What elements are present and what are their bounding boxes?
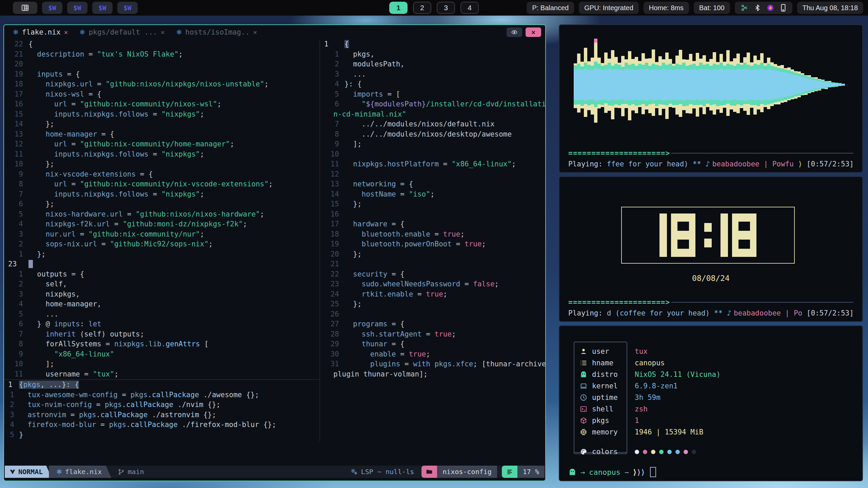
topbar-left-group: $W$W$W$W [13,0,138,16]
editor-pane-left[interactable]: 22{21 description = "tux's NixOS Flake";… [4,39,319,441]
line-number: 4 [4,420,19,430]
tag-3[interactable]: 3 [437,2,455,14]
line-number: 9 [320,139,344,149]
tag-4[interactable]: 4 [460,2,479,14]
system-info-window[interactable]: usertuxhnamecanopusdistroNixOS 24.11 (Vi… [559,325,863,481]
code-line: 6 } @ inputs: let [4,319,319,329]
status-chip-2[interactable]: Home: 8ms [644,2,689,14]
line-number: 2 [4,400,19,410]
code-text: firefox-mod-blur = pkgs.callPackage ./fi… [19,420,276,430]
fetch-row-memory: memory [579,426,618,438]
bluetooth-icon[interactable] [754,4,761,11]
code-text: imports = [ [344,89,400,100]
file-label: flake.nix [65,468,102,476]
distro-icon [579,371,588,378]
status-chip-3[interactable]: Bat: 100 [694,2,730,14]
clock-chip[interactable]: Thu Aug 08, 18:18 [797,2,863,14]
code-text: nixos-hardware.url = "github:nixos/nixos… [28,209,264,220]
fetch-label: colors [592,448,618,456]
line-number: 23 [4,259,28,269]
fetch-row-distro: distro [579,369,618,380]
music-player-window[interactable]: =====================> Playing: ffee for… [559,24,863,173]
shell-prompt[interactable]: → canopus ~ ⟩⟩⟩ [568,467,656,477]
line-number: 12 [4,139,28,149]
iso-image-buffer[interactable]: 1{1 pkgs,2 modulesPath,3 ...4}: {5 impor… [319,39,545,441]
code-text: plugins = with pkgs.xfce; [thunar-archiv… [344,359,545,369]
tab-close-icon[interactable]: × [161,28,165,36]
lsp-status: LSP ~ null-ls [350,468,414,476]
line-number: 3 [4,289,28,300]
workspace-button-3[interactable]: $W [92,2,113,14]
line-number: 10 [4,359,28,369]
shell-icon [579,405,588,413]
code-text: { [344,39,349,49]
phone-icon[interactable] [780,4,786,12]
tag-1[interactable]: 1 [389,2,408,14]
code-text: tux-nvim-config = pkgs.callPackage ./nvi… [19,400,220,410]
line-number: 19 [320,239,344,249]
project-badge: nixos-config [421,466,497,478]
tty-clock [621,207,795,264]
layout-grid-icon[interactable] [13,2,37,14]
tab-hosts-isoimag-[interactable]: ❄hosts/isoImag..× [176,28,257,36]
code-line: 7 inherit (self) outputs; [4,329,319,340]
code-text: self, [28,279,67,289]
nix-snowflake-icon: ❄ [13,28,19,36]
workspace-button-4[interactable]: $W [117,2,138,14]
code-text: } [19,430,23,440]
line-number: 1 [4,269,28,280]
code-line: 30 enable = true; [320,349,545,360]
flame-icon[interactable] [767,4,774,12]
code-text: ... [344,69,366,80]
tab-close-icon[interactable]: × [253,28,257,36]
prompt-host: canopus [589,468,620,476]
workspace-button-2[interactable]: $W [67,2,87,14]
code-text: url = "github:nix-community/nix-vscode-e… [28,179,273,189]
fetch-label: pkgs [592,416,609,425]
line-number: 11 [4,149,28,160]
code-text: security = { [344,269,405,280]
fetch-label: user [592,347,609,355]
flake-nix-buffer: 22{21 description = "tux's NixOS Flake";… [4,39,319,379]
code-text: url = "github:nix-community/home-manager… [28,139,234,149]
scissors-icon[interactable] [741,4,748,12]
code-line: 1{pkgs, ...}: { [4,380,319,390]
code-line: 23 sudo.wheelNeedsPassword = false; [320,279,545,289]
lines-icon [502,466,517,478]
code-text: ]; [344,139,362,149]
close-icon[interactable]: × [526,27,541,37]
tab-flake-nix[interactable]: ❄flake.nix× [13,28,68,36]
status-chip-0[interactable]: P: Balanced [527,2,574,14]
code-line: 9 "x86_64-linux" [4,349,319,360]
editor-tabbar: ❄flake.nix×❄pkgs/default ...×❄hosts/isoI… [4,25,545,39]
code-line: 27 programs = { [320,319,545,329]
line-number: 9 [4,349,28,360]
tabs: ❄flake.nix×❄pkgs/default ...×❄hosts/isoI… [13,28,269,36]
clock-window[interactable]: 08/08/24 =====================> Playing:… [559,176,863,322]
line-number: 18 [320,229,344,240]
clock-date: 08/08/24 [559,274,862,283]
fetch-row-uptime: uptime [579,392,618,403]
memory-icon [579,428,588,436]
line-number: 10 [4,159,28,169]
line-number: 21 [4,49,28,60]
workspace-button-1[interactable]: $W [42,2,62,14]
tab-close-icon[interactable]: × [64,28,68,36]
code-text: nixpkgs.url = "github:nixos/nixpkgs/nixo… [28,79,269,89]
line-number: 31 [320,359,344,369]
code-text: url = "github:nix-community/nixos-wsl"; [28,99,221,109]
line-number: 1 [4,249,28,260]
code-text: plugin thunar-volman]; [320,369,428,380]
status-chip-1[interactable]: GPU: Integrated [579,2,639,14]
code-line: 5} [4,430,319,440]
line-number: 9 [4,169,28,180]
code-text: astronvim = pkgs.callPackage ./astronvim… [19,410,216,420]
branch-label: main [127,468,144,476]
eye-icon[interactable] [507,27,522,37]
tag-2[interactable]: 2 [413,2,431,14]
editor-body: 22{21 description = "tux's NixOS Flake";… [4,39,545,441]
tab-pkgs-default-[interactable]: ❄pkgs/default ...× [80,28,165,36]
code-line: 22 security = { [320,269,545,280]
code-line: 20 }; [320,249,545,260]
code-line: 3 ... [320,69,545,80]
